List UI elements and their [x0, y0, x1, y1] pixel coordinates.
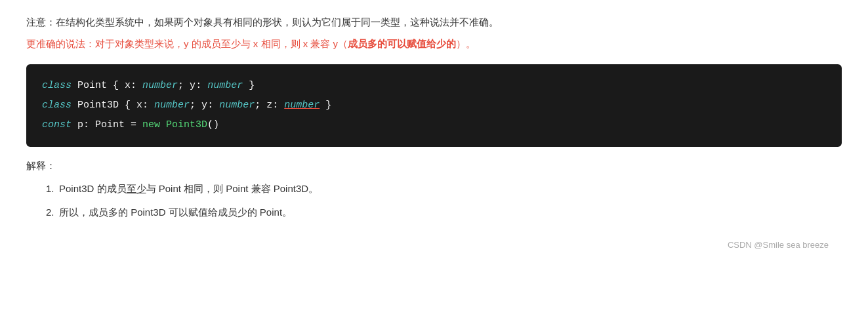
list-text-2: 所以，成员多的 Point3D 可以赋值给成员少的 Point。 [59, 204, 842, 221]
code-block: class Point { x: number; y: number } cla… [26, 64, 842, 147]
note-line1: 注意：在结构化类型系统中，如果两个对象具有相同的形状，则认为它们属于同一类型，这… [26, 13, 842, 31]
explanation-title: 解释： [26, 160, 842, 172]
type-number-underline: number [284, 100, 320, 111]
type-number-1: number [142, 80, 178, 91]
list-item-2: 2. 所以，成员多的 Point3D 可以赋值给成员少的 Point。 [26, 204, 842, 221]
type-number-2: number [207, 80, 243, 91]
explanation-list: 1. Point3D 的成员至少与 Point 相同，则 Point 兼容 Po… [26, 180, 842, 220]
code-line-1: class Point { x: number; y: number } [42, 76, 826, 96]
keyword-new: new [142, 119, 160, 130]
keyword-class-2: class [42, 100, 72, 111]
list-text-1-suffix: 与 Point 相同，则 Point 兼容 Point3D。 [146, 183, 319, 194]
code-line-3: const p: Point = new Point3D() [42, 115, 826, 135]
note-line2-prefix: 更准确的说法：对于对象类型来说，y 的成员至少与 x 相同，则 x 兼容 y（ [26, 38, 348, 49]
list-text-1-prefix: Point3D 的成员 [59, 183, 127, 194]
list-item-1: 1. Point3D 的成员至少与 Point 相同，则 Point 兼容 Po… [26, 180, 842, 197]
keyword-const: const [42, 119, 72, 130]
code-line-2: class Point3D { x: number; y: number; z:… [42, 96, 826, 115]
keyword-class-1: class [42, 80, 72, 91]
note-line2-bold: 成员多的可以赋值给少的 [348, 38, 456, 49]
cls-point3d: Point3D [160, 119, 207, 130]
type-number-4: number [219, 100, 255, 111]
note-line2: 更准确的说法：对于对象类型来说，y 的成员至少与 x 相同，则 x 兼容 y（成… [26, 35, 842, 52]
list-num-2: 2. [26, 204, 59, 221]
type-number-3: number [154, 100, 190, 111]
footer: CSDN @Smile sea breeze [26, 240, 842, 250]
footer-text: CSDN @Smile sea breeze [728, 240, 829, 250]
list-text-1-underline: 至少 [127, 183, 146, 194]
list-num-1: 1. [26, 180, 59, 197]
list-text-1: Point3D 的成员至少与 Point 相同，则 Point 兼容 Point… [59, 180, 842, 197]
note-line2-suffix: ）。 [456, 38, 476, 49]
